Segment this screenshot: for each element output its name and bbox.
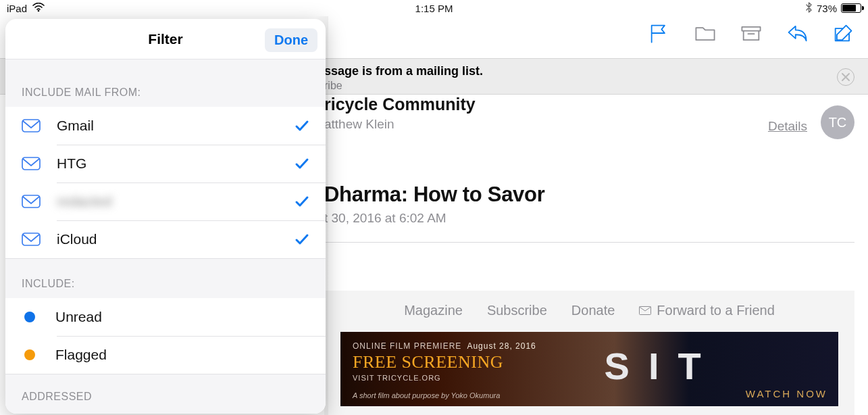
notice-subtext: ribe <box>324 80 483 92</box>
nav-link[interactable]: Forward to a Friend <box>639 303 775 318</box>
divider <box>324 242 854 243</box>
status-dot-icon <box>24 349 35 360</box>
svg-rect-3 <box>22 157 40 170</box>
account-label: Gmail <box>57 118 94 134</box>
include-label: Flagged <box>55 347 107 363</box>
mail-toolbar <box>648 23 854 46</box>
details-link[interactable]: Details <box>768 119 807 134</box>
message-date: t 30, 2016 at 6:02 AM <box>324 211 854 226</box>
popover-header: Filter Done <box>5 19 326 59</box>
archive-icon[interactable] <box>740 23 763 46</box>
avatar[interactable]: TC <box>821 105 854 139</box>
filter-popover: Filter Done INCLUDE MAIL FROM: GmailHTGr… <box>5 19 326 414</box>
wifi-icon <box>32 3 45 14</box>
popover-title: Filter <box>148 31 182 47</box>
nav-link[interactable]: Donate <box>571 303 615 318</box>
account-label: iCloud <box>57 231 97 247</box>
status-bar: iPad 1:15 PM 73% <box>0 0 868 16</box>
compose-icon[interactable] <box>832 23 854 46</box>
include-row[interactable]: Flagged <box>5 336 326 374</box>
folder-icon[interactable] <box>694 23 717 46</box>
include-list: UnreadFlagged <box>5 298 326 374</box>
battery-icon <box>841 3 861 13</box>
checkmark-icon <box>295 118 309 133</box>
battery-label: 73% <box>817 3 837 14</box>
newsletter-nav: Magazine Subscribe Donate Forward to a F… <box>340 303 838 318</box>
section-header-accounts: INCLUDE MAIL FROM: <box>5 59 326 107</box>
notice-text: ssage is from a mailing list. <box>324 64 483 78</box>
nav-link[interactable]: Magazine <box>404 303 463 318</box>
svg-rect-5 <box>22 233 40 245</box>
message-body: Magazine Subscribe Donate Forward to a F… <box>324 291 854 415</box>
account-row[interactable]: HTG <box>5 145 326 182</box>
include-label: Unread <box>55 309 102 325</box>
svg-rect-4 <box>22 195 40 208</box>
checkmark-icon <box>295 156 309 171</box>
subject: Dharma: How to Savor <box>324 182 854 207</box>
checkmark-icon <box>295 194 309 209</box>
account-label: HTG <box>57 155 86 172</box>
clock: 1:15 PM <box>415 3 453 14</box>
account-row[interactable]: Gmail <box>5 107 326 145</box>
sender-name: ricycle Community <box>324 95 854 114</box>
device-label: iPad <box>7 3 27 14</box>
svg-rect-2 <box>22 120 40 132</box>
mail-icon <box>22 195 41 208</box>
mail-icon <box>22 119 41 132</box>
include-row[interactable]: Unread <box>5 298 326 336</box>
subject-block: Dharma: How to Savor t 30, 2016 at 6:02 … <box>324 182 854 226</box>
account-row[interactable]: iCloud <box>5 220 326 258</box>
account-label: redacted <box>57 193 112 210</box>
envelope-icon <box>639 303 651 318</box>
nav-link[interactable]: Subscribe <box>487 303 547 318</box>
bluetooth-icon <box>805 2 813 15</box>
close-icon[interactable] <box>837 68 854 86</box>
accounts-list: GmailHTGredactediCloud <box>5 107 326 259</box>
svg-point-0 <box>38 9 40 11</box>
checkmark-icon <box>295 232 309 247</box>
mail-icon <box>22 233 41 246</box>
flag-icon[interactable] <box>648 23 671 46</box>
done-button[interactable]: Done <box>265 28 317 52</box>
promo-banner[interactable]: ONLINE FILM PREMIERE August 28, 2016 FRE… <box>340 332 838 406</box>
reply-icon[interactable] <box>786 23 809 46</box>
section-header-include: INCLUDE: <box>5 259 326 298</box>
section-header-addressed: ADDRESSED <box>5 374 326 414</box>
mail-icon <box>22 157 41 170</box>
account-row[interactable]: redacted <box>5 182 326 220</box>
message-header: ricycle Community atthew Klein Details T… <box>324 95 854 132</box>
status-dot-icon <box>24 312 35 322</box>
